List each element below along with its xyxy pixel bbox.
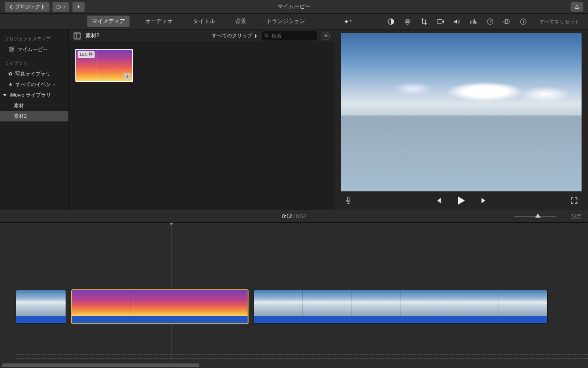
svg-rect-15 — [347, 197, 349, 201]
clips-row — [0, 287, 588, 327]
sidebar-header-project-media: プロジェクトメディア — [0, 34, 68, 44]
timeline-clip-1[interactable] — [16, 290, 66, 324]
clapper-icon: 🎬 — [8, 46, 15, 52]
sidebar-item-all-events[interactable]: ★ すべてのイベント — [0, 79, 68, 90]
timeline-scrollbar[interactable] — [0, 362, 588, 368]
search-input[interactable] — [271, 33, 308, 39]
back-to-projects-button[interactable]: プロジェクト — [5, 2, 50, 12]
noise-reduction-icon[interactable] — [469, 17, 478, 26]
timeline-timecode: 0:12 / 0:52 — [282, 213, 306, 219]
add-to-timeline-icon[interactable]: + — [124, 73, 131, 80]
timeline-header: 0:12 / 0:52 設定 — [0, 210, 588, 223]
media-browser: 素材2 すべてのクリップ ▲▼ ⚙ 15.0 秒 + — [69, 29, 334, 210]
media-thumbnail[interactable]: 15.0 秒 + — [75, 49, 133, 82]
thumbnail-duration: 15.0 秒 — [78, 51, 95, 58]
timeline-clip-3[interactable] — [254, 290, 548, 324]
tab-my-media[interactable]: マイメディア — [87, 16, 130, 27]
tab-backgrounds[interactable]: 背景 — [231, 16, 251, 27]
tab-titles[interactable]: タイトル — [188, 16, 220, 27]
preview-viewport[interactable] — [341, 33, 582, 191]
sidebar-header-library: ライブラリ — [0, 58, 68, 69]
star-icon: ★ — [8, 81, 13, 87]
reset-all-button[interactable]: すべてをリセット — [539, 18, 580, 25]
info-icon[interactable] — [519, 17, 527, 26]
clip-audio-track[interactable] — [16, 316, 66, 323]
preview-panel — [334, 29, 588, 210]
zoom-slider[interactable] — [514, 216, 556, 217]
voiceover-mic-icon[interactable] — [343, 195, 354, 206]
share-button[interactable] — [571, 2, 583, 12]
sidebar: プロジェクトメディア 🎬 マイムービー ライブラリ ✿ 写真ライブラリ ★ すべ… — [0, 29, 69, 210]
search-icon — [265, 33, 270, 38]
updown-arrows-icon: ▲▼ — [254, 34, 257, 38]
window-title: マイムービー — [277, 3, 311, 11]
sidebar-item-photo-library[interactable]: ✿ 写真ライブラリ — [0, 69, 68, 79]
adjust-toolbar: ✦⁺ すべてをリセット — [335, 14, 588, 29]
volume-icon[interactable] — [453, 17, 461, 26]
browser-title: 素材2 — [85, 32, 100, 40]
tabs-row: マイメディア オーディオ タイトル 背景 トランジション ✦⁺ すべてをリセット — [0, 14, 588, 29]
tab-transitions[interactable]: トランジション — [262, 16, 310, 27]
clip-audio-track[interactable] — [254, 316, 547, 323]
settings-gear-icon[interactable]: ⚙ — [322, 32, 330, 40]
sidebar-item-sozai2[interactable]: 素材2 — [0, 111, 68, 121]
svg-rect-11 — [523, 21, 523, 23]
clip-filter-icon[interactable] — [503, 17, 511, 26]
magic-wand-icon[interactable]: ✦⁺ — [344, 17, 352, 26]
zoom-thumb-icon[interactable] — [535, 213, 541, 218]
svg-rect-0 — [57, 5, 60, 8]
trim-track[interactable] — [16, 354, 588, 359]
tab-audio[interactable]: オーディオ — [141, 16, 177, 27]
play-button[interactable] — [456, 195, 467, 206]
sidebar-item-my-movie[interactable]: 🎬 マイムービー — [0, 44, 68, 55]
clip-audio-track[interactable] — [72, 316, 248, 323]
timeline[interactable] — [0, 223, 588, 368]
svg-point-14 — [265, 34, 268, 36]
sidebar-item-sozai1[interactable]: 素材 — [0, 100, 68, 111]
clip-filter-dropdown[interactable]: すべてのクリップ ▲▼ — [212, 32, 257, 39]
stabilization-icon[interactable] — [436, 17, 445, 26]
fullscreen-icon[interactable] — [569, 195, 580, 206]
media-import-button[interactable]: ♪ — [52, 2, 69, 12]
color-correction-icon[interactable] — [403, 17, 412, 26]
color-balance-icon[interactable] — [387, 17, 395, 26]
timeline-clip-2-selected[interactable] — [72, 290, 248, 324]
next-clip-button[interactable] — [479, 195, 490, 206]
crop-icon[interactable] — [420, 17, 428, 26]
layout-toggle-icon[interactable] — [74, 32, 81, 40]
speed-icon[interactable] — [486, 17, 494, 26]
disclosure-triangle-icon[interactable] — [3, 94, 7, 96]
back-label: プロジェクト — [15, 3, 45, 10]
flower-icon: ✿ — [8, 71, 12, 77]
svg-rect-12 — [74, 33, 76, 38]
svg-rect-13 — [77, 33, 80, 38]
search-field[interactable] — [262, 31, 317, 40]
timeline-settings-button[interactable]: 設定 — [571, 213, 582, 220]
prev-clip-button[interactable] — [433, 195, 444, 206]
titlebar: プロジェクト ♪ マイムービー — [0, 0, 588, 14]
download-button[interactable] — [72, 2, 85, 12]
svg-point-10 — [523, 20, 524, 21]
svg-rect-5 — [437, 20, 442, 24]
sidebar-item-imovie-library[interactable]: iMovie ライブラリ — [0, 90, 68, 100]
